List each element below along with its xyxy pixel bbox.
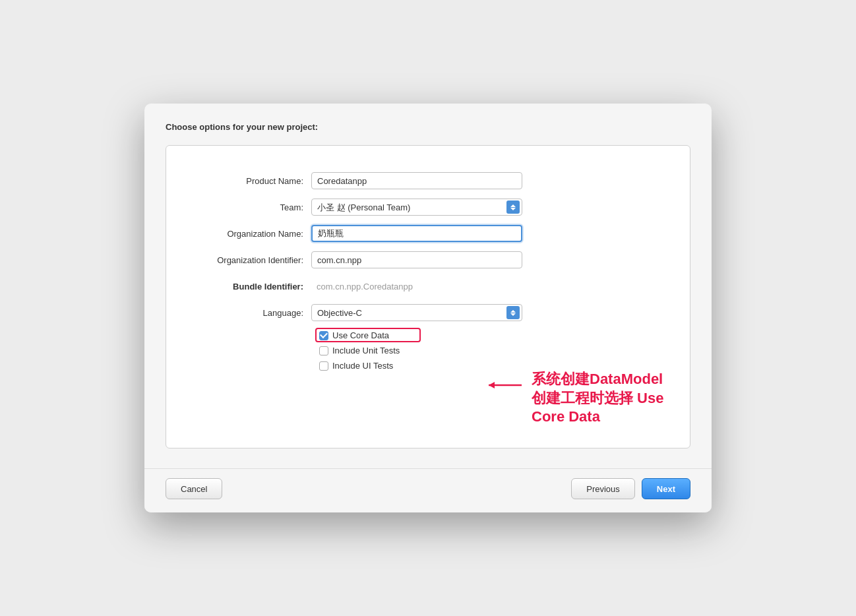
language-select[interactable]: Objective-C xyxy=(311,304,522,321)
org-name-input[interactable] xyxy=(311,225,522,242)
team-select-wrapper: 小圣 赵 (Personal Team) xyxy=(311,199,522,216)
team-select[interactable]: 小圣 赵 (Personal Team) xyxy=(311,199,522,216)
cancel-button[interactable]: Cancel xyxy=(166,478,222,499)
language-select-wrapper: Objective-C xyxy=(311,304,522,321)
language-label: Language: xyxy=(179,308,311,318)
team-label: Team: xyxy=(179,202,311,212)
include-unit-tests-checkbox[interactable] xyxy=(319,346,328,355)
org-id-label: Organization Identifier: xyxy=(179,255,311,265)
annotation-arrow-icon xyxy=(485,375,525,395)
use-core-data-checkbox-wrapper[interactable]: Use Core Data xyxy=(319,330,389,340)
include-unit-tests-checkbox-wrapper[interactable]: Include Unit Tests xyxy=(319,346,400,355)
bundle-id-value: com.cn.npp.Coredatanpp xyxy=(311,278,522,295)
annotation-text: 系统创建DataModel创建工程时选择 Use Core Data xyxy=(532,370,677,427)
product-name-row: Product Name: xyxy=(179,172,677,189)
org-id-row: Organization Identifier: xyxy=(179,251,677,268)
language-row: Language: Objective-C xyxy=(179,304,677,321)
include-ui-tests-label: Include UI Tests xyxy=(332,361,393,371)
product-name-input[interactable] xyxy=(311,172,522,189)
use-core-data-row: Use Core Data xyxy=(319,330,677,340)
use-core-data-label: Use Core Data xyxy=(332,330,389,340)
include-unit-tests-label: Include Unit Tests xyxy=(332,346,400,355)
form-area: Product Name: Team: 小圣 赵 (Personal Team) xyxy=(166,145,690,448)
include-ui-tests-checkbox-wrapper[interactable]: Include UI Tests xyxy=(319,361,393,371)
dialog-title: Choose options for your new project: xyxy=(166,122,690,132)
include-ui-tests-row: Include UI Tests xyxy=(319,361,677,371)
include-unit-tests-row: Include Unit Tests xyxy=(319,346,677,355)
team-row: Team: 小圣 赵 (Personal Team) xyxy=(179,199,677,216)
annotation-area: 系统创建DataModel创建工程时选择 Use Core Data xyxy=(485,370,677,427)
use-core-data-checkbox[interactable] xyxy=(319,331,328,340)
svg-marker-1 xyxy=(489,382,495,388)
next-button[interactable]: Next xyxy=(642,478,690,499)
org-name-label: Organization Name: xyxy=(179,229,311,239)
bundle-id-label: Bundle Identifier: xyxy=(179,282,311,292)
previous-button[interactable]: Previous xyxy=(571,478,635,499)
dialog-footer: Cancel Previous Next xyxy=(144,468,712,512)
new-project-dialog: Choose options for your new project: Pro… xyxy=(144,104,712,512)
dialog-content: Choose options for your new project: Pro… xyxy=(144,104,712,468)
footer-right-buttons: Previous Next xyxy=(571,478,690,499)
bundle-id-row: Bundle Identifier: com.cn.npp.Coredatanp… xyxy=(179,278,677,295)
org-name-row: Organization Name: xyxy=(179,225,677,242)
org-id-input[interactable] xyxy=(311,251,522,268)
include-ui-tests-checkbox[interactable] xyxy=(319,361,328,371)
product-name-label: Product Name: xyxy=(179,176,311,186)
